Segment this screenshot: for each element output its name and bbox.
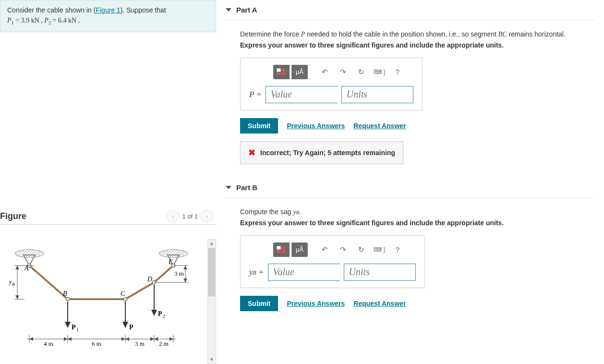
caret-down-icon bbox=[226, 8, 231, 12]
svg-marker-46 bbox=[169, 337, 173, 341]
part-b-submit-button[interactable]: Submit bbox=[240, 296, 278, 311]
part-a-answer-box: μÅ ↶ ↷ ↻ ⌨ ] ? P = bbox=[240, 58, 423, 110]
svg-text:2 m: 2 m bbox=[159, 340, 169, 347]
svg-text:P: P bbox=[158, 310, 162, 317]
part-b-request-answer-link[interactable]: Request Answer bbox=[353, 300, 406, 307]
part-b-previous-answers-link[interactable]: Previous Answers bbox=[287, 300, 345, 307]
part-a-value-input[interactable] bbox=[266, 86, 338, 103]
svg-marker-20 bbox=[183, 279, 187, 282]
keyboard-button[interactable]: ⌨ ] bbox=[371, 65, 387, 79]
reset-button[interactable]: ↻ bbox=[353, 65, 369, 79]
label-D: D bbox=[147, 276, 152, 283]
part-b-eq-label: yB = bbox=[249, 267, 264, 277]
svg-marker-19 bbox=[183, 266, 187, 269]
part-b-header[interactable]: Part B bbox=[226, 178, 594, 198]
problem-suffix: ). Suppose that bbox=[121, 6, 166, 14]
svg-rect-56 bbox=[282, 246, 285, 249]
part-b-value-input[interactable] bbox=[268, 264, 340, 281]
svg-text:y: y bbox=[8, 278, 12, 285]
scroll-down-icon[interactable]: ▼ bbox=[209, 356, 214, 364]
svg-marker-12 bbox=[15, 266, 19, 269]
svg-rect-52 bbox=[282, 69, 285, 72]
svg-marker-41 bbox=[68, 337, 72, 341]
part-a-question: Determine the force P needed to hold the… bbox=[240, 29, 594, 40]
incorrect-icon: ✖ bbox=[248, 147, 255, 158]
svg-rect-58 bbox=[282, 250, 285, 253]
templates-button[interactable] bbox=[273, 243, 290, 257]
svg-point-6 bbox=[123, 297, 127, 301]
svg-text:2: 2 bbox=[163, 314, 165, 319]
svg-rect-55 bbox=[277, 246, 280, 249]
part-a-submit-button[interactable]: Submit bbox=[240, 118, 278, 133]
svg-marker-45 bbox=[154, 337, 158, 341]
redo-button[interactable]: ↷ bbox=[335, 243, 351, 257]
part-a-units-input[interactable] bbox=[341, 86, 413, 103]
part-b-instruction: Express your answer to three significant… bbox=[240, 218, 594, 228]
svg-marker-40 bbox=[64, 337, 68, 341]
svg-marker-44 bbox=[150, 337, 154, 341]
svg-marker-43 bbox=[125, 337, 129, 341]
problem-statement: Consider the cable shown in (Figure 1). … bbox=[0, 0, 216, 32]
svg-marker-39 bbox=[29, 337, 33, 341]
svg-rect-57 bbox=[277, 250, 280, 253]
part-b-units-input[interactable] bbox=[344, 264, 416, 281]
figure-next-button[interactable]: › bbox=[201, 210, 213, 222]
units-button[interactable]: μÅ bbox=[291, 243, 308, 257]
svg-text:P: P bbox=[129, 324, 133, 331]
keyboard-button[interactable]: ⌨ ] bbox=[371, 243, 387, 257]
part-a-previous-answers-link[interactable]: Previous Answers bbox=[287, 122, 345, 130]
part-a-feedback-text: Incorrect; Try Again; 5 attempts remaini… bbox=[260, 149, 395, 157]
answer-toolbar: μÅ ↶ ↷ ↻ ⌨ ] ? bbox=[273, 65, 413, 79]
templates-button[interactable] bbox=[273, 65, 290, 79]
problem-prefix: Consider the cable shown in ( bbox=[7, 6, 96, 14]
reset-button[interactable]: ↻ bbox=[353, 243, 369, 257]
help-button[interactable]: ? bbox=[389, 243, 406, 257]
part-a-request-answer-link[interactable]: Request Answer bbox=[353, 122, 406, 130]
units-button[interactable]: μÅ bbox=[291, 65, 308, 79]
figure-title: Figure bbox=[0, 211, 26, 221]
figure-scrollbar[interactable]: ▲ ▼ bbox=[207, 239, 216, 364]
svg-marker-23 bbox=[65, 322, 71, 328]
part-b-question: Compute the sag yB. bbox=[240, 206, 594, 218]
svg-text:3 m: 3 m bbox=[174, 270, 184, 277]
svg-text:1: 1 bbox=[76, 327, 79, 332]
part-a-body: Determine the force P needed to hold the… bbox=[226, 20, 594, 173]
figure-prev-button[interactable]: ‹ bbox=[167, 210, 179, 222]
scroll-thumb[interactable] bbox=[208, 248, 215, 296]
svg-text:B: B bbox=[12, 282, 15, 287]
svg-text:4 m: 4 m bbox=[44, 340, 53, 347]
redo-button[interactable]: ↷ bbox=[335, 65, 351, 79]
answer-toolbar-b: μÅ ↶ ↷ ↻ ⌨ ] ? bbox=[273, 243, 416, 257]
figure-pager: ‹ 1 of 1 › bbox=[167, 210, 213, 222]
figure-image: A B C D E y B bbox=[0, 239, 207, 364]
svg-point-0 bbox=[15, 250, 44, 257]
svg-rect-53 bbox=[277, 73, 280, 75]
svg-rect-54 bbox=[282, 73, 285, 75]
undo-button[interactable]: ↶ bbox=[316, 243, 333, 257]
svg-marker-30 bbox=[151, 310, 157, 316]
part-a-header[interactable]: Part A bbox=[226, 0, 594, 20]
svg-marker-13 bbox=[15, 295, 19, 299]
figure-pager-text: 1 of 1 bbox=[182, 213, 198, 220]
part-a-instruction: Express your answer to three significant… bbox=[240, 40, 594, 50]
svg-rect-51 bbox=[277, 69, 280, 72]
svg-marker-42 bbox=[121, 337, 125, 341]
help-button[interactable]: ? bbox=[389, 65, 406, 79]
part-a-eq-label: P = bbox=[249, 90, 262, 99]
label-C: C bbox=[121, 290, 125, 297]
undo-button[interactable]: ↶ bbox=[316, 65, 333, 79]
part-b-title: Part B bbox=[236, 183, 257, 192]
scroll-up-icon[interactable]: ▲ bbox=[209, 240, 214, 247]
svg-text:6 m: 6 m bbox=[92, 340, 101, 347]
svg-point-5 bbox=[66, 297, 70, 301]
svg-text:3 m: 3 m bbox=[135, 340, 145, 347]
svg-point-2 bbox=[159, 250, 188, 257]
figure-link[interactable]: Figure 1 bbox=[96, 6, 120, 14]
part-a-feedback: ✖ Incorrect; Try Again; 5 attempts remai… bbox=[240, 141, 403, 164]
part-b-body: Compute the sag yB. Express your answer … bbox=[226, 198, 594, 320]
label-E: E bbox=[168, 258, 173, 266]
figure-panel: Figure ‹ 1 of 1 › bbox=[0, 208, 216, 364]
part-a-title: Part A bbox=[236, 6, 257, 14]
part-b-answer-box: μÅ ↶ ↷ ↻ ⌨ ] ? yB = bbox=[240, 235, 425, 288]
svg-text:P: P bbox=[72, 324, 76, 331]
